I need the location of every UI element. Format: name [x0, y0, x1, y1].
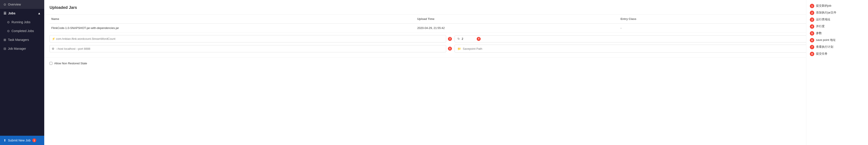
table-row: FlinkCode-1.0-SNAPSHOT-jar-with-dependen… [50, 24, 863, 33]
badge-5: 5 [448, 47, 452, 50]
sidebar-job-manager-label: Job Manager [8, 47, 26, 50]
annotation-badge: 1 [810, 4, 814, 8]
sidebar-item-completed-jobs[interactable]: ⊙ Completed Jobs [0, 27, 44, 35]
main-content: Uploaded Jars + Add New 2 Name Upload Ti… [44, 0, 868, 145]
entry-class-icon: ⚡ [52, 37, 55, 40]
parallelism-input[interactable] [462, 37, 475, 40]
args-wrap: ⚙ 5 [50, 45, 452, 52]
submit-form: ⚡ 3 ↻ 4 ⚙ 5 📁 6 [44, 33, 868, 58]
jar-entry-class: - [619, 24, 781, 33]
allow-non-restored-label: Allow Non Restored State [54, 62, 87, 65]
sidebar-item-job-manager[interactable]: ⊟ Job Manager [0, 44, 44, 53]
col-header-entry-class: Entry Class [619, 14, 781, 24]
annotation-badge: 2 [810, 11, 814, 15]
annotation-item: 8 提交任务 [810, 51, 864, 56]
sidebar-jobs-label: Jobs [8, 11, 16, 15]
annotation-item: 4 并行度 [810, 24, 864, 29]
jobs-icon: ☰ [4, 11, 6, 15]
submit-job-icon: ⬆ [4, 139, 6, 142]
sidebar-item-submit-new-job[interactable]: ⬆ Submit New Job 1 [0, 136, 44, 145]
args-icon: ⚙ [52, 47, 54, 50]
annotation-badge: 7 [810, 45, 814, 49]
annotation-item: 3 运行类地址 [810, 17, 864, 22]
sidebar-item-overview[interactable]: ⊙ Overview [0, 0, 44, 9]
parallelism-wrap: ↻ 4 [455, 35, 863, 42]
sidebar-running-jobs-label: Running Jobs [11, 20, 31, 24]
parallelism-icon: ↻ [458, 37, 460, 40]
chevron-up-icon: ▲ [38, 11, 41, 15]
jars-table: Name Upload Time Entry Class FlinkCode-1… [50, 14, 863, 33]
task-managers-icon: ⊞ [4, 38, 6, 42]
sidebar-item-jobs[interactable]: ☰ Jobs ▲ [0, 9, 44, 18]
savepoint-wrap: 📁 6 [455, 45, 863, 52]
sidebar-task-managers-label: Task Managers [8, 38, 29, 42]
page-title: Uploaded Jars [50, 5, 77, 10]
annotation-text: 运行类地址 [816, 17, 830, 22]
savepoint-icon: 📁 [458, 47, 461, 50]
annotation-item: 1 提交新的job [810, 4, 864, 8]
annotation-text: 提交任务 [816, 51, 828, 56]
completed-jobs-icon: ⊙ [7, 29, 10, 33]
col-header-upload-time: Upload Time [415, 14, 619, 24]
sidebar-submit-new-job-label: Submit New Job [8, 139, 31, 142]
annotation-text: 并行度 [816, 24, 825, 29]
allow-non-restored-row: Allow Non Restored State [50, 62, 87, 65]
annotation-text: 查看执行计划 [816, 45, 833, 49]
form-row-2: ⚙ 5 📁 6 [50, 45, 863, 52]
annotation-text: save point 地址 [816, 38, 836, 42]
annotation-text: 添加执行jar文件 [816, 10, 836, 15]
col-header-name: Name [50, 14, 415, 24]
allow-non-restored-checkbox[interactable] [50, 62, 53, 65]
submit-new-job-badge: 1 [32, 138, 36, 142]
badge-4: 4 [477, 37, 481, 41]
jar-upload-time: 2020-04-29, 21:55:42 [415, 24, 619, 33]
sidebar-item-running-jobs[interactable]: ⊙ Running Jobs [0, 18, 44, 27]
annotation-item: 6 save point 地址 [810, 38, 864, 42]
savepoint-input[interactable] [463, 47, 854, 50]
page-header: Uploaded Jars + Add New 2 [44, 0, 868, 14]
annotation-badge: 8 [810, 52, 814, 56]
annotation-badge: 3 [810, 17, 814, 22]
form-row-1: ⚡ 3 ↻ 4 [50, 35, 863, 42]
entry-class-wrap: ⚡ 3 [50, 35, 452, 42]
annotations-panel: 1 提交新的job 2 添加执行jar文件 3 运行类地址 4 并行度 5 参数… [806, 0, 868, 145]
annotation-item: 2 添加执行jar文件 [810, 10, 864, 15]
annotation-item: 7 查看执行计划 [810, 45, 864, 49]
job-manager-icon: ⊟ [4, 47, 6, 50]
badge-3: 3 [448, 37, 452, 41]
args-input[interactable] [50, 45, 446, 52]
annotation-text: 提交新的job [816, 4, 831, 8]
form-actions: Allow Non Restored State Show Plan 7 Sub… [44, 58, 868, 70]
annotation-badge: 6 [810, 38, 814, 42]
jars-table-container: Name Upload Time Entry Class FlinkCode-1… [44, 14, 868, 33]
sidebar: ⊙ Overview ☰ Jobs ▲ ⊙ Running Jobs ⊙ Com… [0, 0, 44, 145]
annotation-badge: 5 [810, 31, 814, 36]
sidebar-completed-jobs-label: Completed Jobs [11, 29, 34, 33]
jar-name: FlinkCode-1.0-SNAPSHOT-jar-with-dependen… [50, 24, 415, 33]
annotation-text: 参数 [816, 31, 822, 35]
entry-class-input[interactable] [50, 35, 446, 42]
sidebar-item-overview-label: Overview [8, 3, 21, 6]
running-jobs-icon: ⊙ [7, 20, 10, 24]
overview-icon: ⊙ [4, 3, 6, 6]
annotation-badge: 4 [810, 24, 814, 29]
sidebar-item-task-managers[interactable]: ⊞ Task Managers [0, 35, 44, 44]
annotation-item: 5 参数 [810, 31, 864, 36]
